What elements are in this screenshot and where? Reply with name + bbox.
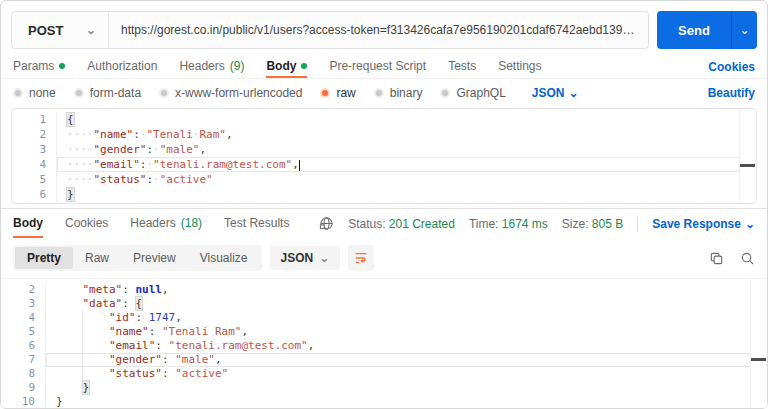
tab-label: Headers (130, 216, 175, 230)
view-preview[interactable]: Preview (121, 247, 188, 269)
tab-settings[interactable]: Settings (498, 55, 541, 78)
tab-label: Tests (448, 59, 476, 73)
response-tab-headers[interactable]: Headers (18) (130, 209, 202, 238)
response-toolbar: Pretty Raw Preview Visualize JSON ⌄ (1, 238, 767, 278)
tab-body[interactable]: Body (266, 55, 307, 78)
radio-icon (13, 88, 23, 98)
response-tab-body[interactable]: Body (13, 209, 43, 238)
radio-label: form-data (90, 86, 141, 100)
response-body-viewer[interactable]: 2 "meta": null,3 "data": {4 "id": 1747,5… (1, 278, 767, 408)
status-value: 201 Created (389, 217, 455, 231)
code-text: "name": "Tenali Ram", (45, 325, 767, 339)
tab-label: Body (266, 59, 296, 73)
view-raw[interactable]: Raw (73, 247, 121, 269)
method-label: POST (28, 23, 63, 38)
code-text: { (56, 112, 756, 127)
response-tab-cookies[interactable]: Cookies (65, 209, 108, 238)
view-visualize[interactable]: Visualize (188, 247, 260, 269)
status-code: Status: 201 Created (348, 217, 455, 231)
code-line[interactable]: 7 "gender": "male", (1, 353, 767, 367)
time-value: 1674 ms (502, 217, 548, 231)
spacer (564, 55, 709, 78)
line-number: 10 (1, 395, 45, 408)
tab-label: Test Results (224, 216, 289, 230)
line-number: 4 (12, 157, 56, 172)
code-line[interactable]: 5····"status":·"active" (12, 172, 756, 187)
save-response-button[interactable]: Save Response ⌄ (652, 217, 755, 231)
code-line[interactable]: 9 } (1, 381, 767, 395)
response-tab-test-results[interactable]: Test Results (224, 209, 289, 238)
code-line[interactable]: 4 "id": 1747, (1, 311, 767, 325)
code-line[interactable]: 2····"name":·"Tenali·Ram", (12, 127, 756, 142)
radio-form-data[interactable]: form-data (74, 86, 141, 100)
code-text: } (56, 187, 756, 202)
tab-label: Pre-request Script (329, 59, 426, 73)
cookies-link[interactable]: Cookies (708, 60, 755, 74)
radio-raw[interactable]: raw (320, 86, 355, 100)
tab-params[interactable]: Params (13, 55, 65, 78)
code-line[interactable]: 5 "name": "Tenali Ram", (1, 325, 767, 339)
url-input[interactable]: https://gorest.co.in/public/v1/users?acc… (109, 23, 648, 37)
line-number: 9 (1, 381, 45, 395)
response-header: Body Cookies Headers (18) Test Results S… (1, 208, 767, 238)
scrollbar-rail[interactable] (739, 109, 756, 203)
spacer (311, 209, 319, 238)
code-line[interactable]: 1{ (12, 112, 756, 127)
scrollbar-rail[interactable] (750, 279, 767, 408)
radio-label: none (29, 86, 56, 100)
postman-window: POST ⌄ https://gorest.co.in/public/v1/us… (0, 0, 768, 409)
radio-x-www-form-urlencoded[interactable]: x-www-form-urlencoded (159, 86, 302, 100)
copy-icon[interactable] (709, 251, 724, 266)
search-icon[interactable] (740, 251, 755, 266)
radio-none[interactable]: none (13, 86, 56, 100)
code-text: "status": "active" (45, 367, 767, 381)
response-format-select[interactable]: JSON ⌄ (270, 246, 341, 270)
radio-icon (74, 88, 84, 98)
tab-authorization[interactable]: Authorization (87, 55, 157, 78)
code-text: "gender": "male", (45, 353, 767, 367)
code-line[interactable]: 3 "data": { (1, 297, 767, 311)
send-options-button[interactable]: ⌄ (731, 11, 757, 49)
tab-label: Authorization (87, 59, 157, 73)
radio-graphql[interactable]: GraphQL (440, 86, 505, 100)
beautify-link[interactable]: Beautify (708, 86, 755, 100)
tab-label: Body (13, 216, 43, 230)
send-button[interactable]: Send (657, 11, 731, 49)
code-text: ····"name":·"Tenali·Ram", (56, 127, 756, 142)
method-select[interactable]: POST ⌄ (12, 23, 108, 38)
radio-binary[interactable]: binary (374, 86, 423, 100)
code-line[interactable]: 4····"email":·"tenali.ram@test.com", (12, 157, 756, 172)
format-label: JSON (532, 86, 565, 100)
view-pretty[interactable]: Pretty (15, 247, 73, 269)
code-line[interactable]: 8 "status": "active" (1, 367, 767, 381)
tab-label: Headers (179, 59, 224, 73)
response-size: Size: 805 B (562, 217, 623, 231)
code-line[interactable]: 6} (12, 187, 756, 202)
divider (637, 216, 638, 232)
code-line[interactable]: 3····"gender":·"male", (12, 142, 756, 157)
green-dot-icon (59, 63, 65, 69)
code-text: ····"status":·"active" (56, 172, 756, 187)
request-body-editor[interactable]: 1{2····"name":·"Tenali·Ram",3····"gender… (11, 108, 757, 204)
tab-label: Cookies (65, 216, 108, 230)
code-line[interactable]: 6 "email": "tenali.ram@test.com", (1, 339, 767, 353)
tab-pre-request-script[interactable]: Pre-request Script (329, 55, 426, 78)
radio-icon (440, 88, 450, 98)
tab-label: Params (13, 59, 54, 73)
code-text: ····"gender":·"male", (56, 142, 756, 157)
code-line[interactable]: 2 "meta": null, (1, 283, 767, 297)
tab-tests[interactable]: Tests (448, 55, 476, 78)
wrap-lines-button[interactable] (348, 245, 374, 271)
code-line[interactable]: 10} (1, 395, 767, 408)
format-select[interactable]: JSON ⌄ (532, 86, 579, 100)
send-button-group: Send ⌄ (657, 11, 757, 49)
network-globe-icon[interactable] (319, 216, 334, 231)
request-tabs: Params Authorization Headers (9) Body Pr… (1, 55, 767, 79)
headers-count: (9) (230, 59, 245, 73)
radio-label: binary (390, 86, 423, 100)
wrap-lines-icon (354, 251, 368, 265)
request-url-bar: POST ⌄ https://gorest.co.in/public/v1/us… (11, 11, 757, 49)
green-dot-icon (301, 63, 307, 69)
tab-headers[interactable]: Headers (9) (179, 55, 244, 78)
headers-count: (18) (181, 216, 202, 230)
